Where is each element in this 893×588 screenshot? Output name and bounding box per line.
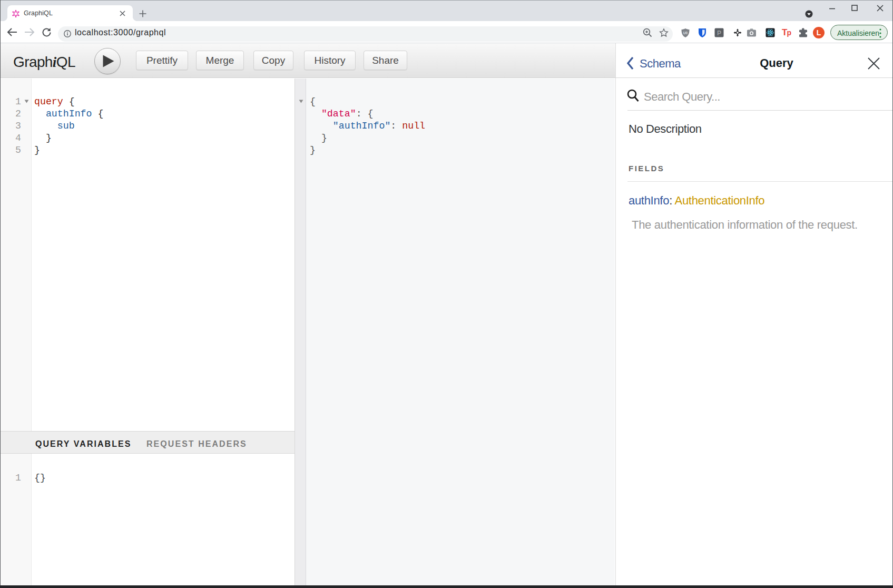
svg-text:P: P — [717, 30, 721, 37]
svg-text:U0: U0 — [683, 31, 688, 35]
